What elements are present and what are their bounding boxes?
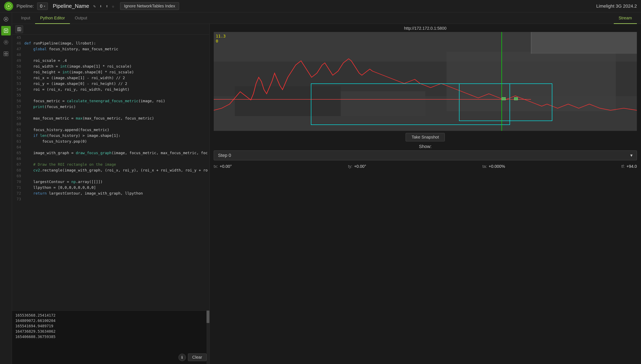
tab-bar: Input Python Editor Output Stream [12, 12, 641, 24]
stream-url: http://172.172.0.1:5800 [214, 24, 637, 32]
line-number: 47 [12, 46, 24, 52]
code-line: 66 [12, 156, 209, 162]
pipeline-name: Pipeline_Name [53, 3, 89, 9]
stream-panel: http://172.172.0.1:5800 [210, 24, 641, 364]
code-line: 54 roi = (roi_x, roi_y, roi_width, roi_h… [12, 86, 209, 92]
line-number: 45 [12, 35, 24, 40]
code-line: 45 [12, 35, 209, 40]
code-line: 62 if len(focus_history) > image.shape[1… [12, 133, 209, 138]
upload-icon[interactable]: ⬆ [105, 3, 109, 10]
line-number: 71 [12, 185, 24, 190]
svg-rect-9 [6, 52, 8, 54]
svg-rect-10 [4, 54, 6, 56]
download-icon[interactable]: ⬇ [99, 3, 103, 10]
tab-input[interactable]: Input [16, 12, 35, 24]
app-version: Limelight 3G 2024.2 [596, 4, 637, 9]
topbar-icons: ✎ ⬇ ⬆ ☆ [92, 3, 115, 10]
console-info-button[interactable]: ℹ [178, 354, 186, 361]
code-line: 69 [12, 173, 209, 179]
line-content: roi_x = (image.shape[1] - roi_width) // … [24, 75, 209, 81]
pipeline-selector[interactable]: 0 ▾ [37, 2, 48, 10]
metric-tf: tf: +94.0 [621, 164, 637, 169]
edit-icon[interactable]: ✎ [92, 3, 97, 10]
code-line: 73 [12, 196, 209, 202]
svg-point-6 [5, 42, 7, 43]
target-box-2 [514, 97, 518, 100]
line-number: 63 [12, 138, 24, 144]
svg-point-1 [8, 5, 10, 7]
line-number: 73 [12, 196, 24, 202]
line-number: 69 [12, 173, 24, 179]
svg-rect-23 [341, 91, 425, 116]
tab-output[interactable]: Output [70, 12, 92, 24]
line-number: 59 [12, 116, 24, 121]
sidebar [0, 12, 12, 364]
step-selector[interactable]: Step 0 ▾ [214, 150, 637, 160]
code-line: 48 [12, 52, 209, 58]
show-label: Show: [214, 143, 637, 150]
console-line: 164736829.53634062 [15, 329, 206, 334]
editor-toolbar [12, 24, 209, 35]
sidebar-item-settings[interactable] [1, 38, 11, 47]
code-line: 72 return largestContour, image_with_gra… [12, 190, 209, 196]
save-file-button[interactable] [15, 25, 23, 33]
ignore-networktables-button[interactable]: Ignore NetworkTables Index [120, 2, 179, 10]
line-number: 51 [12, 69, 24, 75]
python-editor-panel: 4546def runPipeline(image, llrobot):47 g… [12, 24, 210, 364]
camera-background: 11.3 0 [214, 32, 637, 131]
tab-stream[interactable]: Stream [614, 12, 637, 24]
code-line: 47 global focus_history, max_focus_metri… [12, 46, 209, 52]
tab-python-editor[interactable]: Python Editor [35, 12, 70, 24]
line-content: global focus_history, max_focus_metric [24, 46, 209, 52]
line-number: 54 [12, 86, 24, 92]
code-line: 65 image_with_graph = draw_focus_graph(i… [12, 150, 209, 156]
code-line: 49 roi_scsale = .4 [12, 58, 209, 64]
metric-tx: tx: +0.00° [214, 164, 232, 169]
metric-ta: ta: +0.000% [482, 164, 505, 169]
code-line: 57 print(focus_metric) [12, 104, 209, 110]
code-line: 59 max_focus_metric = max(max_focus_metr… [12, 116, 209, 121]
line-number: 50 [12, 64, 24, 69]
line-number: 57 [12, 104, 24, 110]
console-line: 165406608.36759385 [15, 334, 206, 340]
code-line: 70 largestContour = np.array([[]]) [12, 179, 209, 185]
console-line: 164809072.66100204 [15, 318, 206, 324]
line-number: 72 [12, 190, 24, 196]
svg-rect-8 [4, 52, 6, 54]
svg-rect-19 [446, 52, 616, 111]
console-clear-button[interactable]: Clear [188, 354, 206, 361]
line-content: return largestContour, image_with_graph,… [24, 190, 209, 196]
line-content: if len(focus_history) > image.shape[1]: [24, 133, 209, 138]
line-content: roi_width = int(image.shape[1] * roi_scs… [24, 64, 209, 69]
code-line: 64 [12, 144, 209, 150]
code-line: 60 [12, 121, 209, 127]
code-line: 46def runPipeline(image, llrobot): [12, 40, 209, 46]
svg-rect-14 [18, 29, 20, 30]
sidebar-item-grid[interactable] [1, 49, 11, 58]
line-number: 66 [12, 156, 24, 162]
star-icon[interactable]: ☆ [111, 3, 115, 10]
svg-point-7 [4, 40, 8, 44]
scrollbar-thumb[interactable] [206, 310, 209, 323]
line-number: 48 [12, 52, 24, 58]
take-snapshot-button[interactable]: Take Snapshot [406, 133, 445, 142]
code-line: 51 roi_height = int(image.shape[0] * roi… [12, 69, 209, 75]
line-content: max_focus_metric = max(max_focus_metric,… [24, 116, 209, 121]
line-content: print(focus_metric) [24, 104, 209, 110]
line-number: 60 [12, 121, 24, 127]
line-content: roi_y = (image.shape[0] - roi_height) //… [24, 81, 209, 86]
line-content: image_with_graph = draw_focus_graph(imag… [24, 150, 209, 156]
code-editor[interactable]: 4546def runPipeline(image, llrobot):47 g… [12, 35, 209, 310]
scrollbar-track[interactable] [206, 310, 209, 364]
code-line: 55 [12, 92, 209, 98]
target-box-1 [502, 97, 506, 100]
sidebar-item-home[interactable] [1, 14, 11, 24]
svg-rect-5 [5, 30, 7, 32]
line-content: roi_height = int(image.shape[0] * roi_sc… [24, 69, 209, 75]
line-number: 61 [12, 127, 24, 133]
code-line: 63 focus_history.pop(0) [12, 138, 209, 144]
line-number: 52 [12, 75, 24, 81]
sidebar-item-vision[interactable] [1, 26, 11, 36]
svg-rect-20 [531, 32, 637, 54]
line-number: 55 [12, 92, 24, 98]
